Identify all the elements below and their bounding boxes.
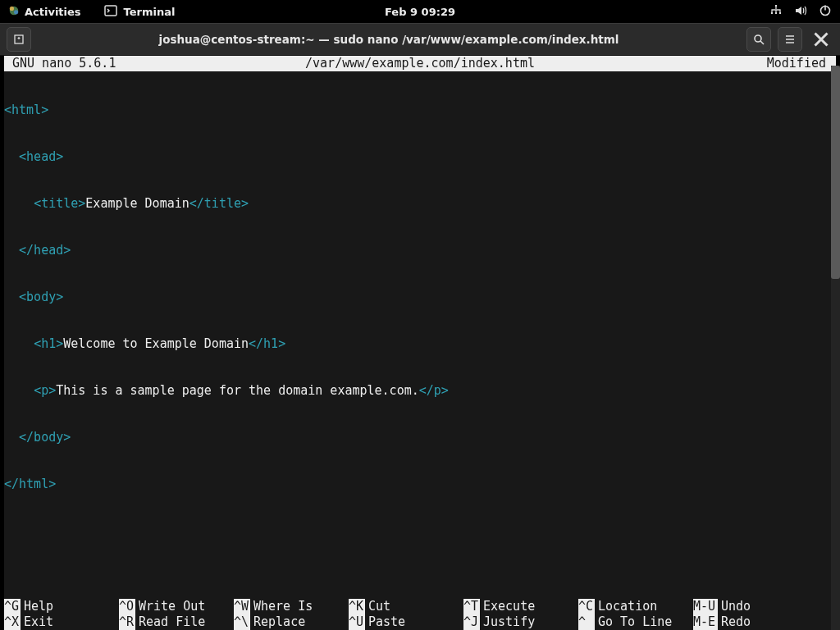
clock[interactable]: Feb 9 09:29 — [385, 6, 455, 18]
help-entry: ^KCut — [349, 599, 463, 614]
nano-editor[interactable]: <html> <head> <title>Example Domain</tit… — [4, 71, 836, 523]
activities-button[interactable]: Activities — [8, 5, 81, 19]
help-entry: ^UPaste — [349, 614, 463, 630]
volume-icon — [794, 4, 807, 20]
svg-point-11 — [755, 35, 761, 42]
svg-rect-3 — [105, 6, 116, 16]
help-entry: ^OWrite Out — [119, 599, 234, 614]
terminal-icon — [104, 4, 117, 20]
activities-label: Activities — [25, 6, 81, 18]
svg-point-1 — [10, 6, 14, 10]
window-title: joshua@centos-stream:~ — sudo nano /var/… — [38, 33, 740, 46]
search-button[interactable] — [746, 27, 771, 52]
help-entry: ^GHelp — [4, 599, 119, 614]
app-menu[interactable]: Terminal — [104, 4, 176, 20]
svg-rect-5 — [771, 12, 773, 14]
nano-filename: /var/www/example.com/index.html — [305, 56, 535, 71]
network-icon — [769, 4, 783, 20]
nano-version: GNU nano 5.6.1 — [6, 56, 116, 71]
help-entry: ^ Go To Line — [578, 614, 693, 630]
help-entry: ^XExit — [4, 614, 119, 630]
window-titlebar: joshua@centos-stream:~ — sudo nano /var/… — [0, 23, 840, 56]
svg-rect-4 — [775, 5, 777, 7]
help-entry: ^\Replace — [234, 614, 349, 630]
close-button[interactable] — [809, 27, 833, 52]
svg-rect-7 — [779, 12, 781, 14]
activities-icon — [8, 5, 20, 19]
new-tab-button[interactable] — [7, 27, 31, 52]
terminal-area[interactable]: GNU nano 5.6.1 /var/www/example.com/inde… — [4, 56, 836, 630]
svg-rect-6 — [775, 12, 777, 14]
nano-title-bar: GNU nano 5.6.1 /var/www/example.com/inde… — [4, 56, 836, 71]
gnome-top-bar: Activities Terminal Feb 9 09:29 — [0, 0, 840, 23]
help-entry: ^CLocation — [578, 599, 693, 614]
scrollbar-thumb[interactable] — [831, 66, 840, 279]
power-icon — [819, 4, 832, 20]
hamburger-menu-button[interactable] — [778, 27, 802, 52]
help-entry: ^JJustify — [463, 614, 578, 630]
help-entry: ^TExecute — [463, 599, 578, 614]
help-entry: M-UUndo — [693, 599, 808, 614]
help-entry: ^WWhere Is — [234, 599, 349, 614]
help-entry: ^RRead File — [119, 614, 234, 630]
svg-rect-9 — [824, 5, 826, 10]
scrollbar[interactable] — [831, 66, 840, 630]
nano-help-bar: ^GHelp ^XExit ^OWrite Out ^RRead File ^W… — [4, 599, 836, 630]
nano-status: Modified — [767, 56, 834, 71]
system-status-area[interactable] — [769, 4, 832, 20]
help-entry: M-ERedo — [693, 614, 808, 630]
svg-point-2 — [14, 10, 18, 14]
app-menu-label: Terminal — [124, 6, 176, 18]
clock-label: Feb 9 09:29 — [385, 6, 455, 18]
